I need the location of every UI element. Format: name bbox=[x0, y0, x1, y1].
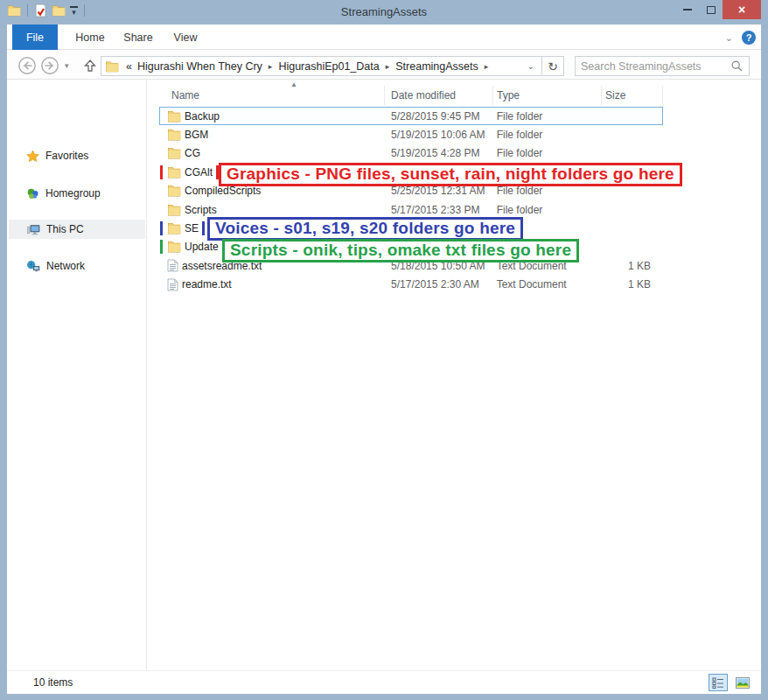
folder-icon bbox=[167, 166, 181, 178]
file-date: 5/25/2015 12:31 AM bbox=[385, 185, 493, 197]
file-type: File folder bbox=[493, 110, 602, 122]
address-bar[interactable]: « Higurashi When They Cry▸HigurashiEp01_… bbox=[101, 56, 564, 76]
sidebar-item-label: Favorites bbox=[45, 150, 88, 162]
breadcrumb-separator-icon[interactable]: ▸ bbox=[382, 62, 394, 71]
file-name: readme.txt bbox=[182, 278, 232, 290]
column-header-type[interactable]: Type bbox=[493, 86, 602, 105]
sidebar-item-label: This PC bbox=[46, 223, 84, 235]
status-bar: 10 items bbox=[7, 670, 761, 694]
maximize-button[interactable] bbox=[699, 0, 723, 19]
breadcrumb-separator-icon[interactable]: ▸ bbox=[265, 62, 276, 71]
file-date: 5/17/2015 2:30 AM bbox=[385, 278, 493, 290]
folder-icon bbox=[167, 147, 181, 159]
annotation-red-label: Graphics - PNG files, sunset, rain, nigh… bbox=[219, 163, 682, 186]
annotation-blue-label: Voices - s01, s19, s20 folders go here bbox=[207, 217, 523, 241]
details-view-button[interactable] bbox=[709, 674, 728, 691]
ribbon-tab-bar: File Home Share View ⌄ ? bbox=[7, 24, 761, 50]
search-box bbox=[575, 56, 750, 76]
tab-home[interactable]: Home bbox=[68, 24, 112, 50]
sidebar-item-network[interactable]: Network bbox=[9, 256, 145, 276]
sidebar-item-favorites[interactable]: Favorites bbox=[9, 146, 145, 165]
file-type: File folder bbox=[493, 147, 602, 159]
column-header-date-modified[interactable]: Date modified bbox=[385, 86, 493, 105]
column-headers: Name Date modified Type Size bbox=[159, 86, 663, 105]
file-name: Backup bbox=[185, 110, 220, 122]
sidebar-item-this-pc[interactable]: This PC bbox=[9, 220, 145, 239]
file-type: File folder bbox=[493, 185, 602, 197]
recent-locations-icon[interactable]: ▾ bbox=[65, 61, 69, 70]
star-icon bbox=[26, 150, 39, 163]
file-list-pane: ▲ Name Date modified Type Size Backup 5/… bbox=[147, 80, 761, 670]
folder-icon bbox=[167, 222, 181, 234]
file-name: Scripts bbox=[185, 204, 217, 216]
breadcrumb-separator-icon[interactable]: ▸ bbox=[481, 62, 492, 71]
file-name-cell: Backup bbox=[160, 109, 385, 123]
file-date: 5/17/2015 2:33 PM bbox=[385, 204, 493, 216]
file-size: 1 KB bbox=[601, 278, 662, 290]
column-header-name[interactable]: Name bbox=[159, 86, 385, 105]
file-row[interactable]: Backup 5/28/2015 9:45 PM File folder bbox=[159, 107, 663, 125]
column-header-size[interactable]: Size bbox=[602, 86, 663, 105]
file-name-outline: CG bbox=[160, 146, 206, 160]
tab-file[interactable]: File bbox=[12, 24, 58, 50]
homegroup-icon bbox=[26, 187, 39, 200]
breadcrumb-item[interactable]: StreamingAssets bbox=[393, 60, 480, 73]
file-size: 1 KB bbox=[601, 260, 662, 272]
address-dropdown-icon[interactable]: ⌄ bbox=[520, 61, 541, 71]
computer-icon bbox=[26, 223, 40, 236]
folder-icon bbox=[167, 204, 181, 216]
forward-button[interactable] bbox=[40, 56, 59, 75]
back-button[interactable] bbox=[17, 56, 37, 75]
help-icon[interactable]: ? bbox=[742, 31, 756, 45]
file-name-outline: BGM bbox=[160, 128, 214, 142]
breadcrumb-item[interactable]: Higurashi When They Cry bbox=[135, 60, 265, 73]
app-surface: File Home Share View ⌄ ? ▾ bbox=[7, 24, 761, 694]
file-name-outline: Scripts bbox=[160, 203, 223, 217]
file-row[interactable]: CG 5/19/2015 4:28 PM File folder bbox=[159, 144, 663, 163]
file-name: BGM bbox=[185, 129, 208, 141]
file-type: File folder bbox=[493, 204, 602, 216]
breadcrumb: Higurashi When They Cry▸HigurashiEp01_Da… bbox=[135, 60, 492, 73]
file-name: Update bbox=[185, 241, 219, 253]
minimize-button[interactable] bbox=[675, 0, 699, 19]
file-rows: Backup 5/28/2015 9:45 PM File folder BGM… bbox=[159, 107, 663, 294]
refresh-icon[interactable]: ↻ bbox=[542, 60, 563, 74]
file-name-outline: Backup bbox=[160, 109, 226, 123]
file-name-cell: BGM bbox=[160, 128, 385, 142]
folder-icon bbox=[167, 110, 181, 122]
annotation-green-label: Scripts - onik, tips, omake txt files go… bbox=[222, 239, 579, 262]
file-row[interactable]: readme.txt 5/17/2015 2:30 AM Text Docume… bbox=[159, 276, 663, 294]
search-icon bbox=[731, 60, 749, 72]
file-name-outline: CGAlt bbox=[160, 165, 219, 179]
file-name-outline: SE bbox=[160, 221, 205, 235]
file-name: CG bbox=[185, 147, 200, 159]
tab-view[interactable]: View bbox=[164, 24, 206, 50]
up-button[interactable] bbox=[80, 56, 100, 75]
breadcrumb-overflow[interactable]: « bbox=[123, 60, 135, 73]
minimize-ribbon-icon[interactable]: ⌄ bbox=[725, 32, 733, 44]
file-type: Text Document bbox=[493, 278, 602, 290]
navigation-toolbar: ▾ « Higurashi When They Cry▸HigurashiEp0… bbox=[7, 51, 761, 80]
sidebar-item-homegroup[interactable]: Homegroup bbox=[9, 184, 145, 203]
file-date: 5/19/2015 4:28 PM bbox=[385, 147, 493, 159]
search-input[interactable] bbox=[576, 60, 731, 73]
file-row[interactable]: BGM 5/19/2015 10:06 AM File folder bbox=[159, 125, 663, 144]
tab-share[interactable]: Share bbox=[115, 24, 161, 50]
file-name: CGAlt bbox=[185, 166, 213, 178]
text-file-icon bbox=[167, 259, 178, 272]
breadcrumb-item[interactable]: HigurashiEp01_Data bbox=[276, 60, 381, 73]
folder-icon bbox=[105, 60, 119, 74]
text-file-icon bbox=[167, 278, 178, 291]
network-icon bbox=[26, 260, 40, 273]
folder-icon bbox=[167, 129, 181, 141]
file-name-cell: Scripts bbox=[160, 203, 385, 217]
file-type: File folder bbox=[493, 129, 602, 141]
sidebar-item-label: Network bbox=[46, 260, 85, 272]
file-name: CompiledScripts bbox=[185, 185, 261, 197]
file-name-cell: CG bbox=[160, 146, 385, 160]
thumbnail-view-button[interactable] bbox=[733, 674, 752, 691]
window-title: StreamingAssets bbox=[0, 5, 768, 18]
file-name: SE bbox=[185, 222, 199, 234]
close-button[interactable]: × bbox=[723, 0, 761, 19]
explorer-window: ▾ StreamingAssets × File Home Share View… bbox=[0, 0, 768, 700]
